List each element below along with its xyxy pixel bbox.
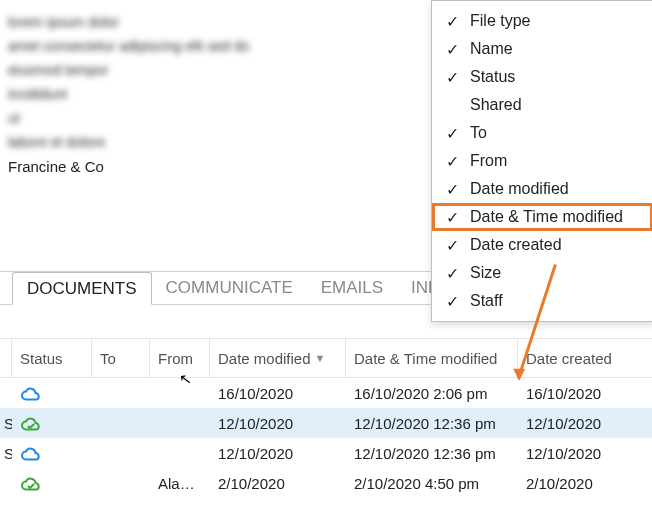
- check-icon: ✓: [446, 292, 470, 311]
- cell-date-created: 12/10/2020: [518, 445, 652, 462]
- client-list-item: eiusmod tempor: [8, 62, 412, 78]
- sort-desc-icon: ▼: [315, 352, 326, 364]
- status-icon: [12, 474, 92, 492]
- client-list-item-selected[interactable]: Francine & Co: [8, 158, 412, 175]
- column-picker-item[interactable]: ✓Date & Time modified: [432, 203, 652, 231]
- check-icon: ✓: [446, 12, 470, 31]
- column-header-date-modified[interactable]: Date modified ▼: [210, 339, 346, 377]
- table-row[interactable]: S…12/10/202012/10/2020 12:36 pm12/10/202…: [0, 438, 652, 468]
- cell-date-time-modified: 12/10/2020 12:36 pm: [346, 415, 518, 432]
- client-list-item: lorem ipsum dolor: [8, 14, 412, 30]
- column-picker-item-label: Shared: [470, 96, 643, 114]
- cell-from: Ala…: [150, 475, 210, 492]
- check-icon: ✓: [446, 208, 470, 227]
- row-prefix: S…: [0, 415, 12, 432]
- cell-date-modified: 12/10/2020: [210, 445, 346, 462]
- column-picker-item[interactable]: ✓Status: [432, 63, 652, 91]
- cell-date-created: 12/10/2020: [518, 415, 652, 432]
- cell-date-created: 2/10/2020: [518, 475, 652, 492]
- check-icon: ✓: [446, 124, 470, 143]
- tab-documents[interactable]: DOCUMENTS: [12, 272, 152, 305]
- tab-communicate[interactable]: COMMUNICATE: [152, 272, 307, 304]
- status-icon: [12, 414, 92, 432]
- status-icon: [12, 444, 92, 462]
- column-picker-item-label: From: [470, 152, 643, 170]
- column-picker-item[interactable]: ✓File type: [432, 7, 652, 35]
- column-header-status[interactable]: Status: [12, 339, 92, 377]
- cell-date-time-modified: 12/10/2020 12:36 pm: [346, 445, 518, 462]
- cell-date-modified: 12/10/2020: [210, 415, 346, 432]
- column-picker-item-label: Date modified: [470, 180, 643, 198]
- column-picker-item[interactable]: ✓From: [432, 147, 652, 175]
- tab-emails[interactable]: EMAILS: [307, 272, 397, 304]
- client-list-item: amet consectetur adipiscing elit sed do: [8, 38, 412, 54]
- grid-header-row: Status To From Date modified ▼ Date & Ti…: [0, 338, 652, 378]
- column-picker-item-label: Status: [470, 68, 643, 86]
- column-picker-item[interactable]: ✓Date modified: [432, 175, 652, 203]
- table-row[interactable]: Ala…2/10/20202/10/2020 4:50 pm2/10/2020: [0, 468, 652, 498]
- check-icon: ✓: [446, 40, 470, 59]
- cell-date-created: 16/10/2020: [518, 385, 652, 402]
- column-picker-item-label: Name: [470, 40, 643, 58]
- cell-date-modified: 16/10/2020: [210, 385, 346, 402]
- column-picker-menu: ✓File type✓Name✓StatusShared✓To✓From✓Dat…: [431, 0, 652, 322]
- check-icon: ✓: [446, 180, 470, 199]
- column-header-date-time-modified[interactable]: Date & Time modified: [346, 339, 518, 377]
- column-picker-item-label: To: [470, 124, 643, 142]
- check-icon: ✓: [446, 152, 470, 171]
- documents-grid: Status To From Date modified ▼ Date & Ti…: [0, 338, 652, 498]
- column-picker-item[interactable]: Shared: [432, 91, 652, 119]
- column-header-blank[interactable]: [0, 339, 12, 377]
- column-picker-item[interactable]: ✓Staff: [432, 287, 652, 315]
- column-picker-item[interactable]: ✓Name: [432, 35, 652, 63]
- client-list-item: ut: [8, 110, 412, 126]
- client-list-item: incididunt: [8, 86, 412, 102]
- column-picker-item[interactable]: ✓Date created: [432, 231, 652, 259]
- status-icon: [12, 384, 92, 402]
- column-picker-item-label: Date & Time modified: [470, 208, 643, 226]
- client-list: lorem ipsum dolor amet consectetur adipi…: [0, 0, 420, 260]
- table-row[interactable]: 16/10/202016/10/2020 2:06 pm16/10/2020: [0, 378, 652, 408]
- check-icon: ✓: [446, 236, 470, 255]
- column-header-to[interactable]: To: [92, 339, 150, 377]
- table-row[interactable]: S…12/10/202012/10/2020 12:36 pm12/10/202…: [0, 408, 652, 438]
- column-picker-item-label: Staff: [470, 292, 643, 310]
- cell-date-modified: 2/10/2020: [210, 475, 346, 492]
- column-header-from[interactable]: From: [150, 339, 210, 377]
- check-icon: ✓: [446, 68, 470, 87]
- cell-date-time-modified: 16/10/2020 2:06 pm: [346, 385, 518, 402]
- column-picker-item-label: Date created: [470, 236, 643, 254]
- column-header-date-created[interactable]: Date created: [518, 339, 652, 377]
- column-picker-item-label: File type: [470, 12, 643, 30]
- row-prefix: S…: [0, 445, 12, 462]
- check-icon: ✓: [446, 264, 470, 283]
- column-picker-item-label: Size: [470, 264, 643, 282]
- column-header-label: Date modified: [218, 350, 311, 367]
- cell-date-time-modified: 2/10/2020 4:50 pm: [346, 475, 518, 492]
- client-list-item: labore et dolore: [8, 134, 412, 150]
- column-picker-item[interactable]: ✓To: [432, 119, 652, 147]
- column-picker-item[interactable]: ✓Size: [432, 259, 652, 287]
